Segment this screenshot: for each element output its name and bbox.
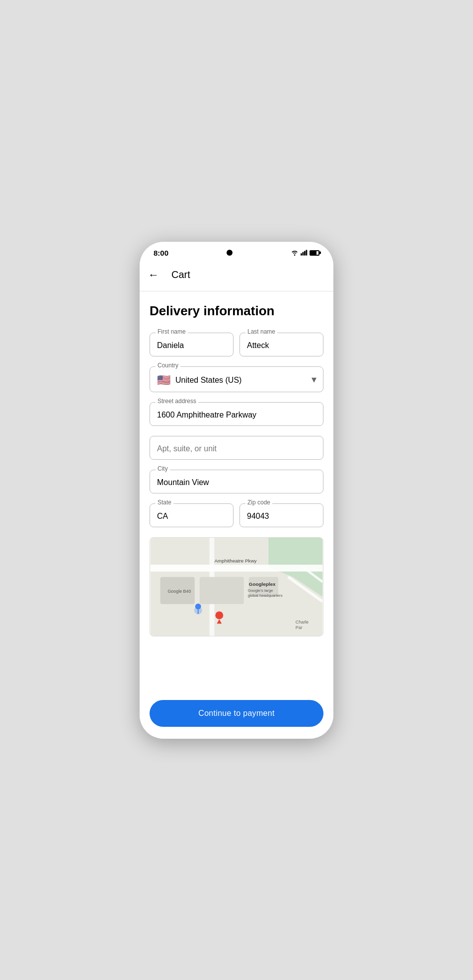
phone-shell: 8:00 ← Cart Delive — [140, 242, 333, 739]
svg-point-17 — [215, 611, 223, 619]
top-bar: ← Cart — [140, 261, 333, 291]
continue-button-container: Continue to payment — [140, 694, 333, 739]
state-input[interactable] — [150, 503, 234, 527]
country-value: United States (US) — [175, 376, 241, 385]
us-flag-icon: 🇺🇸 — [157, 375, 170, 386]
signal-icon — [301, 250, 308, 256]
svg-rect-3 — [306, 250, 308, 255]
camera-dot — [227, 250, 233, 256]
svg-rect-0 — [301, 253, 302, 255]
svg-rect-2 — [304, 251, 306, 256]
back-button[interactable]: ← — [144, 265, 163, 285]
svg-text:global headquarters: global headquarters — [248, 593, 283, 597]
last-name-label: Last name — [245, 328, 277, 335]
last-name-field: Last name — [239, 333, 323, 356]
country-label: Country — [156, 362, 180, 369]
city-label: City — [156, 465, 170, 472]
battery-icon — [310, 250, 319, 256]
map-view: Amphitheatre Pkwy Google B40 Googleplex … — [150, 538, 323, 636]
status-bar: 8:00 — [140, 242, 333, 261]
svg-rect-5 — [151, 564, 323, 571]
map-container[interactable]: Amphitheatre Pkwy Google B40 Googleplex … — [150, 537, 323, 636]
continue-to-payment-button[interactable]: Continue to payment — [150, 700, 323, 727]
svg-text:Google B40: Google B40 — [167, 588, 191, 593]
country-select-wrapper: 🇺🇸 United States (US) ▾ — [150, 366, 323, 392]
svg-text:Google's large: Google's large — [248, 588, 273, 592]
state-zip-row: State Zip code — [150, 503, 323, 527]
svg-rect-1 — [303, 252, 304, 256]
scroll-area: Delivery information First name Last nam… — [140, 291, 333, 694]
first-name-input[interactable] — [150, 333, 234, 356]
state-field: State — [150, 503, 234, 527]
first-name-field: First name — [150, 333, 234, 356]
street-address-field: Street address — [150, 402, 323, 426]
status-time: 8:00 — [154, 249, 168, 257]
status-icons — [291, 250, 319, 256]
wifi-icon — [291, 250, 299, 256]
svg-rect-9 — [200, 577, 244, 604]
zip-code-input[interactable] — [239, 503, 323, 527]
street-address-label: Street address — [156, 398, 198, 405]
name-row: First name Last name — [150, 333, 323, 356]
street-address-input[interactable] — [150, 402, 323, 426]
back-arrow-icon: ← — [148, 269, 159, 281]
svg-text:Amphitheatre Pkwy: Amphitheatre Pkwy — [214, 558, 256, 563]
zip-code-label: Zip code — [245, 499, 272, 506]
top-bar-title: Cart — [171, 269, 190, 280]
svg-text:Googleplex: Googleplex — [249, 581, 276, 587]
svg-text:Charle: Charle — [296, 620, 309, 625]
country-field: Country 🇺🇸 United States (US) ▾ — [150, 366, 323, 392]
apt-input[interactable] — [150, 436, 323, 460]
zip-code-field: Zip code — [239, 503, 323, 527]
svg-text:Par: Par — [296, 625, 303, 630]
state-label: State — [156, 499, 173, 506]
page-title: Delivery information — [150, 303, 323, 319]
last-name-input[interactable] — [239, 333, 323, 356]
city-input[interactable] — [150, 470, 323, 493]
first-name-label: First name — [156, 328, 188, 335]
country-select[interactable]: 🇺🇸 United States (US) — [150, 366, 323, 392]
city-field: City — [150, 470, 323, 493]
apt-field — [150, 436, 323, 460]
